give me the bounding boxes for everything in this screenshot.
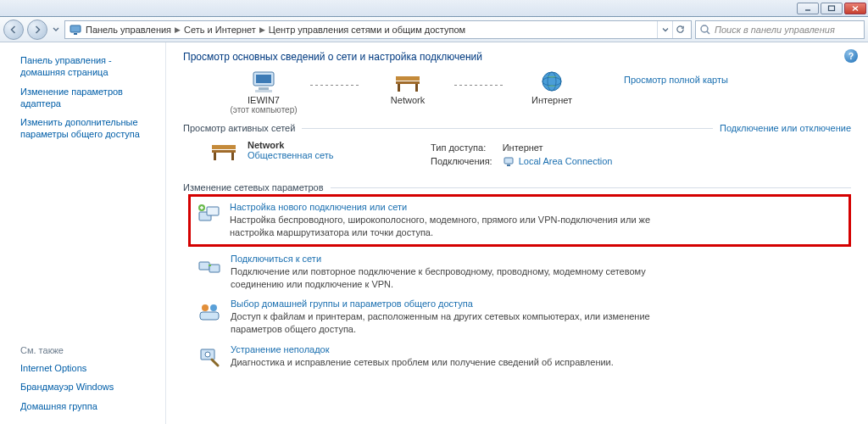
sidebar-see-also-header: См. также (0, 342, 165, 359)
bench-icon (392, 70, 423, 95)
address-dropdown-button[interactable] (657, 21, 672, 38)
highlighted-task: Настройка нового подключения или сети На… (188, 194, 851, 247)
computer-icon (248, 70, 279, 95)
svg-rect-12 (396, 76, 420, 81)
connection-link[interactable]: Local Area Connection (519, 156, 613, 166)
svg-point-31 (210, 304, 217, 311)
map-node-label: IEWIN7 (248, 95, 280, 105)
active-network-name: Network (248, 140, 334, 150)
globe-icon (537, 70, 567, 95)
maximize-button[interactable] (821, 3, 843, 14)
network-center-icon (69, 23, 82, 36)
bench-icon (209, 140, 239, 164)
new-connection-icon (196, 202, 221, 227)
nav-back-button[interactable] (3, 20, 24, 40)
svg-rect-21 (214, 153, 216, 160)
sidebar-link-home[interactable]: Панель управления - домашняя страница (0, 51, 165, 82)
svg-rect-15 (415, 84, 418, 92)
svg-rect-11 (255, 90, 272, 92)
connections-label: Подключения: (431, 155, 501, 169)
svg-rect-26 (207, 207, 219, 215)
map-node-network: Network (361, 70, 454, 105)
troubleshoot-icon (197, 344, 222, 370)
svg-rect-19 (212, 145, 236, 149)
map-connector (454, 85, 505, 86)
svg-point-16 (542, 72, 561, 91)
task-connect-link[interactable]: Подключиться к сети (231, 254, 671, 264)
change-settings-header: Изменение сетевых параметров (183, 182, 324, 192)
svg-rect-9 (256, 75, 271, 83)
sidebar-see-also-internet-options[interactable]: Internet Options (0, 359, 165, 377)
svg-rect-14 (398, 84, 400, 92)
chevron-right-icon: ▶ (259, 25, 265, 34)
task-new-connection-desc: Настройка беспроводного, широкополосного… (230, 214, 670, 239)
sidebar-see-also-homegroup[interactable]: Домашняя группа (0, 397, 165, 416)
lan-icon (503, 156, 515, 168)
task-connect-desc: Подключение или повторное подключение к … (231, 265, 671, 291)
svg-point-34 (205, 352, 210, 357)
svg-rect-32 (200, 312, 219, 320)
network-map: IEWIN7 (этот компьютер) Network Интернет (217, 70, 598, 114)
access-type-value: Интернет (503, 142, 621, 153)
close-button[interactable] (844, 3, 866, 14)
nav-forward-button[interactable] (27, 20, 47, 40)
active-network-block: Network Общественная сеть Тип доступа: И… (183, 140, 851, 170)
breadcrumb-leaf[interactable]: Центр управления сетями и общим доступом (269, 25, 465, 35)
divider (302, 128, 713, 129)
sidebar-link-adapter-settings[interactable]: Изменение параметров адаптера (0, 82, 165, 114)
svg-rect-20 (212, 150, 236, 153)
sidebar-link-advanced-sharing[interactable]: Изменить дополнительные параметры общего… (0, 113, 165, 144)
svg-rect-23 (504, 158, 513, 164)
address-row: Панель управления ▶ Сеть и Интернет ▶ Це… (0, 17, 868, 42)
view-full-map-link[interactable]: Просмотр полной карты (624, 75, 728, 85)
svg-point-6 (701, 25, 708, 32)
connect-network-icon (197, 254, 222, 279)
breadcrumb-root[interactable]: Панель управления (86, 25, 171, 35)
help-icon[interactable]: ? (844, 49, 858, 63)
svg-line-7 (707, 31, 709, 34)
chevron-right-icon: ▶ (175, 25, 181, 34)
divider (331, 187, 851, 188)
svg-point-30 (202, 304, 209, 311)
task-troubleshoot-desc: Диагностика и исправление сетевых пробле… (231, 356, 614, 369)
window-titlebar (0, 0, 868, 17)
svg-rect-28 (199, 262, 209, 270)
active-network-type-link[interactable]: Общественная сеть (248, 150, 334, 160)
access-type-label: Тип доступа: (431, 142, 501, 153)
minimize-button[interactable] (797, 3, 819, 14)
content-pane: ? Просмотр основных сведений о сети и на… (166, 42, 868, 424)
svg-rect-13 (396, 81, 420, 84)
address-bar[interactable]: Панель управления ▶ Сеть и Интернет ▶ Це… (64, 20, 692, 39)
task-new-connection-link[interactable]: Настройка нового подключения или сети (230, 202, 670, 212)
sidebar: Панель управления - домашняя страница Из… (0, 42, 166, 424)
map-node-label: Network (391, 95, 425, 105)
homegroup-icon (197, 298, 222, 324)
search-input[interactable]: Поиск в панели управления (695, 20, 865, 39)
map-node-this-computer: IEWIN7 (этот компьютер) (217, 70, 310, 114)
sidebar-see-also-firewall[interactable]: Брандмауэр Windows (0, 377, 165, 396)
refresh-button[interactable] (672, 21, 687, 38)
breadcrumb-mid[interactable]: Сеть и Интернет (184, 25, 256, 35)
svg-rect-4 (70, 25, 81, 32)
connect-disconnect-link[interactable]: Подключение или отключение (720, 123, 851, 133)
svg-rect-24 (507, 165, 510, 166)
svg-rect-22 (231, 153, 234, 160)
map-connector (310, 85, 361, 86)
map-node-internet: Интернет (505, 70, 598, 105)
svg-rect-5 (74, 33, 77, 35)
task-homegroup-link[interactable]: Выбор домашней группы и параметров общег… (231, 298, 671, 309)
task-homegroup-desc: Доступ к файлам и принтерам, расположенн… (231, 310, 671, 336)
page-title: Просмотр основных сведений о сети и наст… (183, 51, 851, 63)
nav-history-dropdown[interactable] (51, 20, 61, 40)
map-node-sublabel: (этот компьютер) (230, 105, 297, 114)
svg-rect-1 (829, 6, 835, 11)
search-icon (699, 24, 711, 36)
active-networks-header: Просмотр активных сетей (183, 123, 295, 133)
svg-rect-10 (259, 87, 269, 90)
task-troubleshoot-link[interactable]: Устранение неполадок (231, 344, 614, 354)
search-placeholder: Поиск в панели управления (715, 25, 835, 35)
map-node-label: Интернет (531, 95, 572, 105)
